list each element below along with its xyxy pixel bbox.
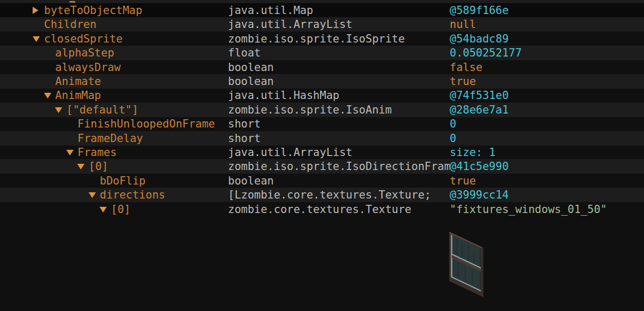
object-inspector-tree: byteToObjectMapjava.util.Map@589f166eChi… — [0, 0, 644, 311]
field-type: zombie.iso.sprite.IsoAnim — [228, 103, 450, 117]
tree-row[interactable]: AnimMapjava.util.HashMap@74f531e0 — [0, 88, 644, 103]
field-name: Animate — [55, 74, 102, 89]
collapse-arrow-icon[interactable] — [99, 207, 107, 213]
field-type: zombie.iso.sprite.IsoDirectionFrame — [228, 159, 450, 174]
tree-row[interactable]: FinishUnloopedOnFrameshort0 — [0, 117, 644, 131]
field-name: Children — [44, 17, 96, 32]
field-value: @28e6e7a1 — [450, 103, 509, 117]
tree-row[interactable]: byteToObjectMapjava.util.Map@589f166e — [0, 3, 644, 18]
tree-row[interactable]: alphaStepfloat0.050252177 — [0, 46, 644, 60]
tree-row[interactable]: directions[Lzombie.core.textures.Texture… — [0, 188, 644, 202]
tree-row[interactable]: alwaysDrawbooleanfalse — [0, 60, 644, 75]
clipped-text-fragment — [69, 1, 75, 3]
field-name: [0] — [89, 159, 108, 174]
field-type: java.util.ArrayList — [228, 145, 450, 160]
texture-preview — [449, 232, 486, 300]
field-type: short — [228, 131, 450, 146]
field-name: Frames — [78, 145, 117, 160]
field-name: alwaysDraw — [55, 60, 121, 75]
field-type: float — [228, 46, 450, 60]
tree-row[interactable]: [0]zombie.core.textures.Texture"fixtures… — [0, 202, 644, 217]
tree-row[interactable]: closedSpritezombie.iso.sprite.IsoSprite@… — [0, 32, 644, 46]
field-value: size: 1 — [450, 145, 496, 160]
field-type: [Lzombie.core.textures.Texture; — [228, 188, 450, 202]
field-name: AnimMap — [55, 88, 102, 103]
field-value: @3999cc14 — [450, 188, 509, 202]
field-value: 0 — [450, 131, 456, 146]
collapse-arrow-icon[interactable] — [33, 36, 40, 42]
field-value: @41c5e990 — [450, 159, 509, 174]
tree-row[interactable]: Childrenjava.util.ArrayListnull — [0, 17, 644, 32]
collapse-arrow-icon[interactable] — [66, 150, 74, 156]
field-value: 0.050252177 — [450, 46, 522, 60]
field-type: boolean — [228, 74, 450, 89]
expand-arrow-icon[interactable] — [33, 7, 38, 14]
window-sprite — [449, 232, 483, 297]
field-type: zombie.core.textures.Texture — [228, 202, 450, 217]
tree-row[interactable]: bDoFlipbooleantrue — [0, 174, 644, 188]
field-type: java.util.ArrayList — [228, 17, 450, 32]
field-type: java.util.HashMap — [228, 88, 450, 103]
tree-row[interactable]: Framesjava.util.ArrayListsize: 1 — [0, 145, 644, 160]
tree-row[interactable]: FrameDelayshort0 — [0, 131, 644, 146]
field-name: closedSprite — [44, 32, 123, 46]
field-name: [0] — [111, 202, 131, 217]
collapse-arrow-icon[interactable] — [55, 107, 62, 113]
field-value: @54badc89 — [450, 32, 509, 46]
field-type: boolean — [228, 174, 450, 188]
field-type: zombie.iso.sprite.IsoSprite — [228, 32, 450, 46]
field-type: short — [228, 117, 450, 131]
collapse-arrow-icon[interactable] — [77, 164, 84, 169]
field-value: true — [450, 74, 476, 89]
field-value: @74f531e0 — [450, 88, 509, 103]
field-type: boolean — [228, 60, 450, 75]
field-value: null — [450, 17, 476, 32]
collapse-arrow-icon[interactable] — [44, 93, 51, 98]
field-value: true — [450, 174, 476, 188]
field-value: false — [450, 60, 482, 75]
tree-row[interactable]: [0]zombie.iso.sprite.IsoDirectionFrame@4… — [0, 159, 644, 174]
field-type: java.util.Map — [228, 3, 450, 18]
field-name: ["default"] — [66, 103, 138, 117]
field-name: FrameDelay — [78, 131, 143, 146]
tree-row[interactable]: ["default"]zombie.iso.sprite.IsoAnim@28e… — [0, 103, 644, 117]
field-value: 0 — [450, 117, 456, 131]
tree-row[interactable]: Animatebooleantrue — [0, 74, 644, 89]
field-value: "fixtures_windows_01_50" — [450, 202, 607, 217]
field-name: FinishUnloopedOnFrame — [78, 117, 216, 131]
collapse-arrow-icon[interactable] — [89, 192, 96, 198]
field-name: byteToObjectMap — [44, 3, 142, 18]
field-name: alphaStep — [55, 46, 115, 60]
field-name: bDoFlip — [100, 174, 146, 188]
field-name: directions — [100, 188, 165, 202]
field-value: @589f166e — [450, 3, 509, 18]
